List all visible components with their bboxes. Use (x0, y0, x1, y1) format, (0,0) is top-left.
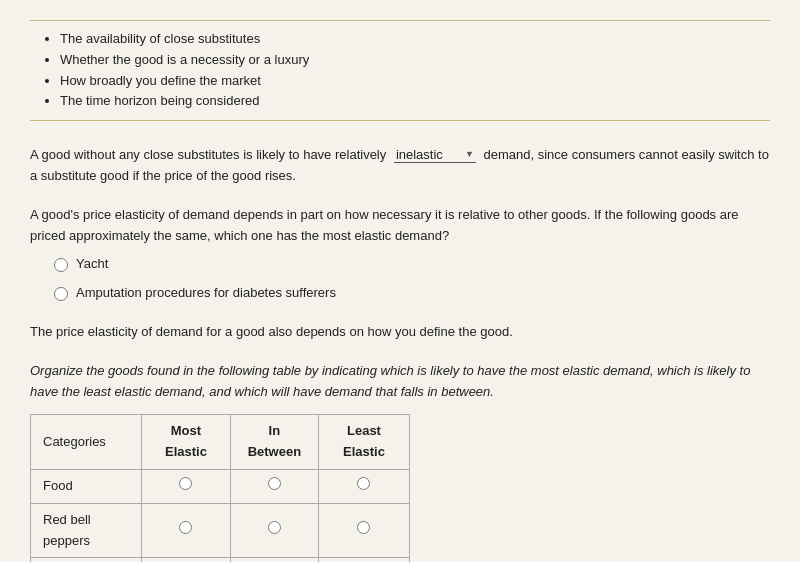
radio-most-1[interactable] (179, 521, 192, 534)
label-yacht: Yacht (76, 254, 108, 275)
table-header-row: Categories Most Elastic In Between Least… (31, 415, 410, 470)
bullet-item: The time horizon being considered (60, 91, 770, 112)
col-most-elastic: Most Elastic (142, 415, 231, 470)
table-cell-between[interactable] (230, 469, 318, 503)
table-row: Vegetables (31, 558, 410, 562)
demand-type-dropdown-container[interactable]: inelasticelasticunit elastic (394, 145, 476, 166)
table-instruction: Organize the goods found in the followin… (30, 361, 770, 403)
table-cell-least[interactable] (318, 558, 409, 562)
col-categories: Categories (31, 415, 142, 470)
section-substitutes: A good without any close substitutes is … (30, 145, 770, 187)
col-in-between: In Between (230, 415, 318, 470)
section-necessity: A good's price elasticity of demand depe… (30, 205, 770, 304)
table-cell-between[interactable] (230, 558, 318, 562)
table-cell-category: Red bell peppers (31, 503, 142, 558)
section1-text-before: A good without any close substitutes is … (30, 147, 386, 162)
bullet-list: The availability of close substitutesWhe… (30, 20, 770, 121)
table-cell-category: Food (31, 469, 142, 503)
radio-most-0[interactable] (179, 477, 192, 490)
table-cell-most[interactable] (142, 558, 231, 562)
option-amputation[interactable]: Amputation procedures for diabetes suffe… (54, 283, 770, 304)
bullet-item: How broadly you define the market (60, 71, 770, 92)
table-cell-most[interactable] (142, 503, 231, 558)
table-cell-least[interactable] (318, 503, 409, 558)
radio-yacht[interactable] (54, 258, 68, 272)
radio-between-0[interactable] (268, 477, 281, 490)
radio-least-0[interactable] (357, 477, 370, 490)
bullet-item: The availability of close substitutes (60, 29, 770, 50)
option-yacht[interactable]: Yacht (54, 254, 770, 275)
table-cell-least[interactable] (318, 469, 409, 503)
label-amputation: Amputation procedures for diabetes suffe… (76, 283, 336, 304)
table-row: Red bell peppers (31, 503, 410, 558)
table-row: Food (31, 469, 410, 503)
radio-least-1[interactable] (357, 521, 370, 534)
define-good-text: The price elasticity of demand for a goo… (30, 322, 770, 343)
table-cell-most[interactable] (142, 469, 231, 503)
demand-type-select[interactable]: inelasticelasticunit elastic (394, 147, 476, 163)
section-table: Organize the goods found in the followin… (30, 361, 770, 562)
table-cell-between[interactable] (230, 503, 318, 558)
bullet-item: Whether the good is a necessity or a lux… (60, 50, 770, 71)
col-least-elastic: Least Elastic (318, 415, 409, 470)
radio-amputation[interactable] (54, 287, 68, 301)
radio-between-1[interactable] (268, 521, 281, 534)
table-cell-category: Vegetables (31, 558, 142, 562)
elastic-demand-table: Categories Most Elastic In Between Least… (30, 414, 410, 562)
section-define-good: The price elasticity of demand for a goo… (30, 322, 770, 343)
section2-intro: A good's price elasticity of demand depe… (30, 205, 770, 247)
